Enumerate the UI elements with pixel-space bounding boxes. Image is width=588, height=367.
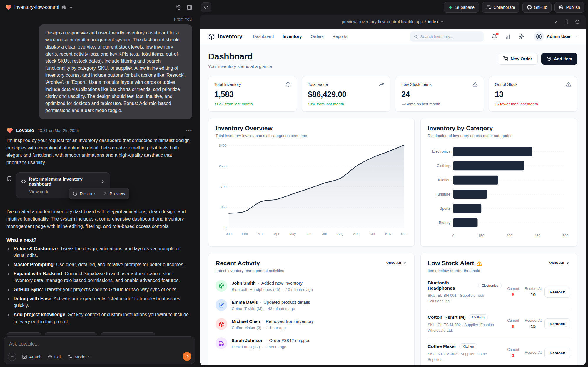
restock-button[interactable]: Restock [544, 318, 570, 329]
arrow-up-right-icon [403, 261, 407, 265]
mobile-view-icon[interactable] [564, 19, 569, 24]
sku-line: SKU: EL-BH-001 · Supplier: Tech Solution… [428, 293, 497, 304]
charts-row: Inventory Overview Total inventory level… [208, 118, 577, 247]
project-name[interactable]: inventory-flow-control [14, 5, 59, 10]
chevron-down-icon[interactable] [69, 6, 73, 9]
sku-line: SKU: CL-TS-M-002 · Supplier: Fashion Who… [428, 322, 497, 333]
analytics-icon[interactable] [505, 34, 511, 39]
kpi-value: 1,583 [214, 90, 291, 99]
new-order-button[interactable]: New Order [498, 53, 538, 65]
search-input[interactable] [420, 34, 480, 39]
activity-list: John Smith·Added new inventory Bluetooth… [216, 280, 407, 349]
attach-button[interactable]: Attach [22, 354, 42, 359]
user-menu[interactable]: Admin User [534, 31, 577, 41]
message-timestamp: 23:31 on Mar 25, 2025 [37, 128, 79, 133]
svg-text:Oct: Oct [370, 232, 375, 236]
visit-docs-button[interactable]: Visit docs [6, 332, 41, 335]
search-box[interactable] [410, 31, 484, 42]
arrow-up-right-icon [566, 261, 570, 265]
cart-icon [503, 56, 508, 61]
add-button[interactable] [8, 353, 16, 361]
sliders-icon [68, 354, 72, 359]
preview-button[interactable]: Preview [99, 188, 129, 199]
package-icon [285, 82, 291, 87]
chat-messages[interactable]: From You Design a responsive and user-fr… [0, 15, 199, 335]
notifications-button[interactable] [492, 34, 497, 39]
svg-text:Kitchen: Kitchen [438, 178, 450, 182]
nav-reports[interactable]: Reports [333, 34, 348, 39]
svg-text:Jul: Jul [322, 232, 327, 236]
assistant-header: Lovable 23:31 on Mar 25, 2025 ••• [6, 127, 192, 134]
manage-knowledge-button[interactable]: Manage knowledge [101, 332, 155, 335]
github-button[interactable]: GitHub [522, 2, 552, 13]
commit-title: feat: Implement inventory dashboard [29, 176, 98, 186]
user-name: Admin User [547, 34, 571, 39]
assistant-summary: I've created a modern inventory dashboar… [6, 208, 192, 230]
supabase-button[interactable]: Supabase [444, 2, 479, 13]
chart-title: Inventory Overview [216, 125, 407, 132]
lovable-heart-icon [6, 127, 13, 134]
kpi-delta: ↑8% from last month [308, 102, 384, 106]
restock-button[interactable]: Restock [544, 348, 570, 358]
svg-text:Furniture: Furniture [435, 192, 450, 196]
svg-text:Beauty: Beauty [439, 221, 450, 225]
image-icon [22, 354, 27, 359]
view-all-lowstock-link[interactable]: View All [549, 261, 570, 265]
mode-button[interactable]: Mode [68, 354, 91, 359]
theme-toggle-sun-icon[interactable] [519, 34, 524, 39]
nav-dashboard[interactable]: Dashboard [253, 34, 274, 39]
alert-triangle-icon [472, 82, 478, 87]
kpi-delta: →Same as last month [401, 102, 478, 106]
svg-text:0: 0 [225, 226, 227, 230]
code-view-toggle[interactable] [201, 2, 211, 12]
svg-text:1700: 1700 [219, 185, 227, 189]
globe-icon [559, 5, 564, 10]
toggle-panel-button[interactable] [186, 4, 193, 11]
chevron-down-icon[interactable] [440, 20, 444, 24]
nav-inventory[interactable]: Inventory [283, 34, 302, 39]
kpi-total-inventory: Total Inventory 1,583 ↑12% from last mon… [208, 76, 297, 112]
bookmark-icon[interactable] [6, 176, 12, 182]
low-stock-row: Coffee MakerKitchen SKU: KT-CM-003 · Sup… [428, 338, 570, 365]
page-subtitle: Your inventory status at a glance [208, 64, 272, 69]
low-stock-row: Bluetooth HeadphonesElectronics SKU: EL-… [428, 275, 570, 309]
publish-button[interactable]: Publish [554, 2, 584, 13]
chat-input[interactable] [9, 341, 145, 347]
search-icon [414, 34, 418, 39]
section-subtitle: Latest inventory management activities [216, 268, 284, 273]
preview-arrow-icon [103, 191, 107, 196]
warning-icon [477, 261, 482, 266]
history-button[interactable] [175, 4, 183, 11]
refresh-icon[interactable] [575, 19, 580, 24]
category-bar-chart: ElectronicsClothingKitchenFurnitureSport… [428, 141, 570, 240]
integration-buttons: Supabase Collaborate GitHub Publish [444, 2, 584, 13]
chevron-right-icon[interactable] [101, 179, 105, 184]
collaborate-button[interactable]: Collaborate [482, 2, 519, 13]
lovable-workspace: inventory-flow-control From You Design a… [0, 0, 588, 367]
chart-subtitle: Distribution of inventory across major c… [428, 134, 570, 138]
preview-url[interactable]: preview--inventory-flow-control.lovable.… [342, 19, 423, 24]
dashboard-main: Dashboard Your inventory status at a gla… [200, 44, 586, 365]
bottom-row: Recent Activity Latest inventory managem… [208, 253, 577, 365]
commit-card-wrap: feat: Implement inventory dashboard View… [6, 172, 192, 198]
nav-orders[interactable]: Orders [310, 34, 323, 39]
chat-composer[interactable]: Attach Edit Mode [4, 336, 195, 364]
send-button[interactable] [183, 352, 191, 361]
view-all-activity-link[interactable]: View All [386, 261, 407, 265]
svg-text:Nov: Nov [385, 232, 391, 236]
assistant-name: Lovable [16, 128, 34, 133]
open-external-icon[interactable] [554, 19, 559, 24]
edit-button[interactable]: Edit [48, 354, 62, 359]
preview-page-name[interactable]: index [428, 19, 438, 24]
page-header: Dashboard Your inventory status at a gla… [208, 51, 577, 69]
alert-triangle-icon [566, 82, 571, 87]
svg-text:3400: 3400 [219, 144, 227, 148]
add-item-button[interactable]: Add Item [541, 53, 577, 65]
message-options-button[interactable]: ••• [186, 128, 192, 133]
restore-button[interactable]: Restore [69, 188, 99, 199]
explore-supabase-button[interactable]: Explore Supabase [45, 332, 97, 335]
next-step: GitHub Sync: Transfer your project's cod… [6, 286, 192, 293]
category-badge: Kitchen [459, 343, 477, 349]
app-brand[interactable]: Inventory [208, 33, 242, 40]
restock-button[interactable]: Restock [544, 287, 570, 298]
